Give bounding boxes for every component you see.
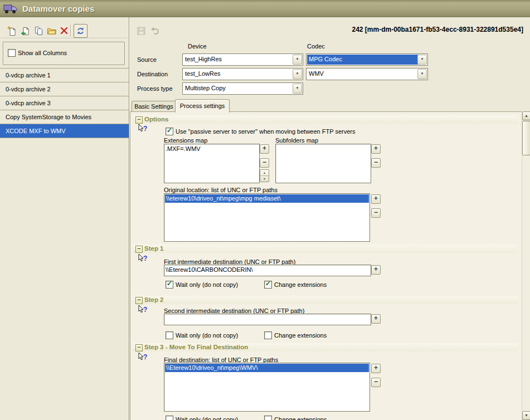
final-destination-add-button[interactable]: + [371,364,381,373]
original-location-list[interactable]: \\eterew10\driveo_nt\mpeg\mpg mediaset\ [164,193,370,242]
list-item-selected[interactable]: \\Eterew10\driveo_nt\mpeg\WMV\ [165,364,369,372]
toolbar-divider [1,38,127,39]
destination-device-dropdown[interactable]: test_LowRes ▼ [182,68,303,80]
source-device-dropdown[interactable]: test_HighRes ▼ [182,53,303,66]
show-all-columns-label: Show all Columns [18,50,67,56]
chevron-down-icon[interactable]: ▼ [417,69,427,79]
source-codec-dropdown[interactable]: MPG Codec ▼ [306,53,428,66]
destination-device-value: test_LowRes [185,70,293,77]
extensions-reorder-spinner[interactable]: ▲ ▼ [260,169,269,182]
scroll-up-icon[interactable]: ▲ [522,111,530,120]
copy-icon[interactable] [32,25,45,37]
copies-list: 0-vdcp archive 1 0-vdcp archive 2 0-vdcp… [0,68,129,138]
list-item[interactable]: 0-vdcp archive 1 [0,69,129,82]
extensions-add-button[interactable]: + [260,144,269,154]
destination-codec-dropdown[interactable]: WMV ▼ [306,68,428,80]
help-icon[interactable]: ? [137,124,148,135]
svg-text:?: ? [143,125,147,133]
tab-basic-settings[interactable]: Basic Settings [132,101,176,112]
columns-groupbox: Show all Columns [3,42,125,65]
extensions-remove-button[interactable]: − [260,158,269,168]
step1-wait-only-checkbox[interactable] [166,281,173,289]
step3-wait-only-checkbox[interactable] [166,416,173,420]
new-copy-icon[interactable] [19,25,31,37]
section-band [133,296,518,304]
toolbar-separator [70,25,71,37]
step3-change-extensions-label: Change extensions [274,416,327,420]
step2-change-extensions-checkbox[interactable] [264,331,272,339]
original-location-label: Original location: list of UNC or FTP pa… [164,187,278,193]
codec-header: Codec [307,43,325,50]
list-item[interactable]: 0-vdcp archive 2 [0,82,129,96]
subfolders-add-button[interactable]: + [371,144,381,154]
passive-server-label: Use "passive server to server" when movi… [176,128,355,135]
process-type-value: Multistep Copy [185,85,293,91]
source-device-value: test_HighRes [185,56,293,62]
refresh-icon[interactable] [74,24,87,38]
chevron-down-icon[interactable]: ▼ [293,69,302,79]
datamover-window: Datamover copies [0,0,530,420]
source-label: Source [137,56,157,63]
show-all-columns-checkbox[interactable] [8,49,16,57]
extensions-map-textarea[interactable]: .MXF=.WMV [164,144,260,183]
original-location-add-button[interactable]: + [371,194,381,204]
step2-destination-input[interactable] [164,314,371,325]
step2-wait-only-label: Wait only (do not copy) [176,332,238,339]
collapse-step1-icon[interactable]: − [135,246,143,253]
subfolders-map-textarea[interactable] [275,144,371,183]
title-bar: Datamover copies [0,0,530,17]
spin-down-icon[interactable]: ▼ [260,175,269,182]
list-item[interactable]: Copy SystemStorage to Movies [0,110,129,124]
final-destination-list[interactable]: \\Eterew10\driveo_nt\mpeg\WMV\ [164,363,370,412]
collapse-options-icon[interactable]: − [135,116,143,124]
subfolders-remove-button[interactable]: − [371,158,381,168]
vertical-scrollbar[interactable]: ▲ ▼ [522,111,530,420]
options-section-title: Options [144,116,168,123]
window-title: Datamover copies [22,4,94,13]
delete-icon[interactable] [58,25,70,37]
step3-change-extensions-checkbox[interactable] [264,416,272,420]
record-id: 242 [mm-dm-00ba1671-fb53-4ecc-8931-32289… [352,26,523,33]
chevron-down-icon[interactable]: ▼ [417,55,427,65]
new-item-icon[interactable] [6,25,18,37]
help-icon[interactable]: ? [137,352,148,363]
collapse-step2-icon[interactable]: − [135,297,143,304]
list-item[interactable]: 0-vdcp archive 3 [0,96,129,110]
help-icon[interactable]: ? [137,253,148,265]
destination-label: Destination [137,71,168,77]
source-codec-value: MPG Codec [307,55,418,65]
process-type-dropdown[interactable]: Multistep Copy ▼ [182,82,303,95]
subfolders-map-label: Subfolders map [275,137,318,144]
final-destination-remove-button[interactable]: − [371,378,381,387]
step3-section-title: Step 3 - Move To Final Destination [144,344,248,350]
step3-wait-only-label: Wait only (do not copy) [176,416,238,420]
chevron-down-icon[interactable]: ▼ [293,55,302,65]
step1-wait-only-label: Wait only (do not copy) [176,281,238,288]
undo-icon[interactable] [148,25,161,37]
collapse-step3-icon[interactable]: − [135,344,143,351]
list-item-selected[interactable]: \\eterew10\driveo_nt\mpeg\mpg mediaset\ [165,194,369,203]
chevron-down-icon[interactable]: ▼ [293,84,302,94]
original-location-remove-button[interactable]: − [371,208,381,218]
spin-up-icon[interactable]: ▲ [260,170,269,175]
destination-codec-value: WMV [309,70,417,77]
save-icon[interactable] [135,25,147,37]
process-type-label: Process type [137,85,173,92]
list-item-selected[interactable]: XCODE MXF to WMV [0,124,129,138]
svg-text:?: ? [143,255,147,262]
scroll-down-icon[interactable]: ▼ [522,411,530,420]
step1-change-extensions-checkbox[interactable] [264,281,272,289]
step2-wait-only-checkbox[interactable] [166,331,173,339]
tab-process-settings[interactable]: Process settings [175,99,230,113]
scrollbar-thumb[interactable] [522,121,530,155]
step2-section-title: Step 2 [144,296,164,303]
step1-destination-input[interactable]: \\Eterew10\CARBONCODERIN\ [164,265,371,276]
passive-server-checkbox[interactable] [166,128,173,135]
step1-add-button[interactable]: + [371,265,381,275]
step1-section-title: Step 1 [144,245,164,252]
extensions-map-label: Extensions map [164,137,207,144]
open-folder-icon[interactable] [46,25,58,37]
help-icon[interactable]: ? [137,305,148,316]
svg-text:?: ? [143,306,147,314]
step2-add-button[interactable]: + [371,314,381,324]
